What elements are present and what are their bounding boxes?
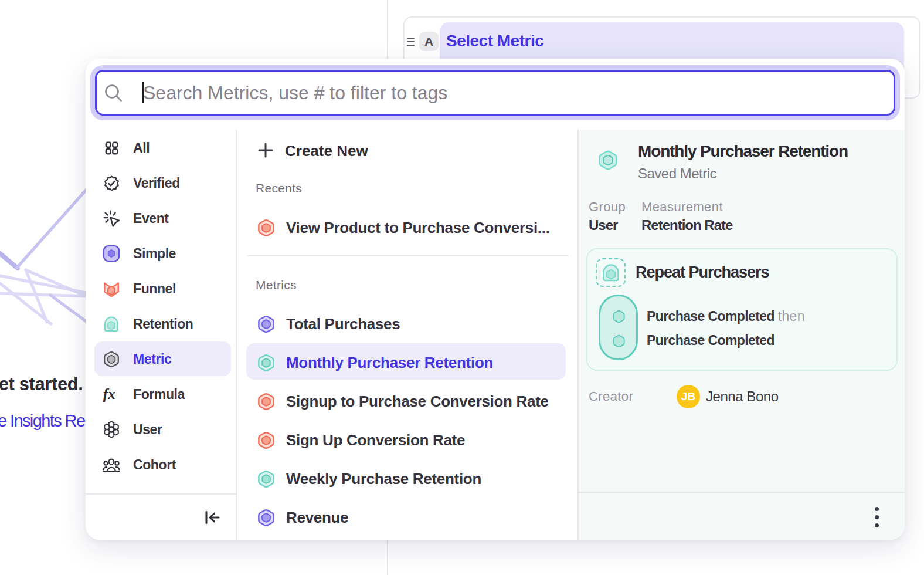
svg-text:fx: fx: [103, 386, 116, 402]
